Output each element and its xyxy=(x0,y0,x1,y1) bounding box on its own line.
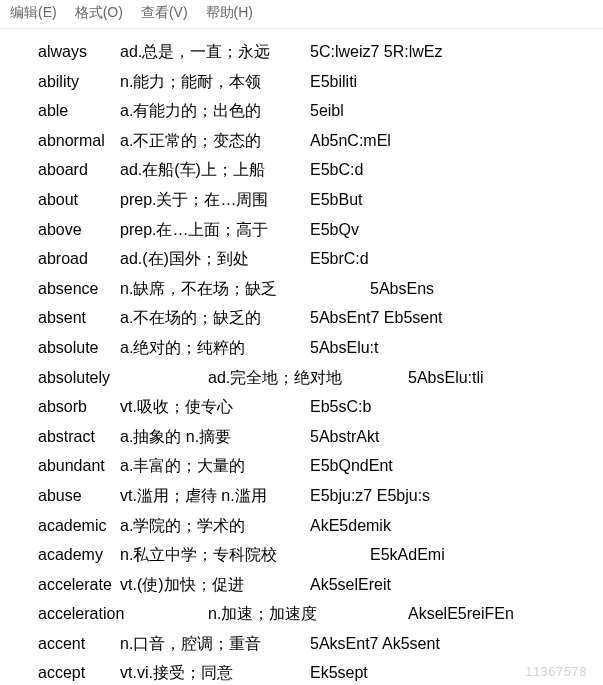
word: ability xyxy=(38,67,120,97)
pronunciation: E5bQndEnt xyxy=(310,451,393,481)
menu-edit[interactable]: 编辑(E) xyxy=(10,4,57,22)
word: absent xyxy=(38,303,120,333)
pronunciation: E5bC:d xyxy=(310,155,363,185)
pronunciation: Eb5sC:b xyxy=(310,392,371,422)
word: abroad xyxy=(38,244,120,274)
word: absence xyxy=(38,274,120,304)
definition: n.缺席，不在场；缺乏 xyxy=(120,274,370,304)
word-row: abusevt.滥用；虐待 n.滥用E5bju:z7 E5bju:s xyxy=(38,481,603,511)
word: absolute xyxy=(38,333,120,363)
pronunciation: E5bQv xyxy=(310,215,359,245)
pronunciation: AkselE5reiFEn xyxy=(408,599,514,629)
word: abuse xyxy=(38,481,120,511)
word-list: alwaysad.总是，一直；永远5C:lweiz7 5R:lwEzabilit… xyxy=(0,29,603,685)
pronunciation: 5AbsElu:tli xyxy=(408,363,484,393)
pronunciation: 5AbstrAkt xyxy=(310,422,379,452)
pronunciation: E5bBut xyxy=(310,185,362,215)
word: acceleration xyxy=(38,599,208,629)
word-row: absolutelyad.完全地；绝对地5AbsElu:tli xyxy=(38,363,603,393)
pronunciation: E5kAdEmi xyxy=(370,540,445,570)
word-row: abstracta.抽象的 n.摘要5AbstrAkt xyxy=(38,422,603,452)
watermark: 11367578 xyxy=(525,664,587,679)
word-row: absenta.不在场的；缺乏的5AbsEnt7 Eb5sent xyxy=(38,303,603,333)
menubar: 编辑(E) 格式(O) 查看(V) 帮助(H) xyxy=(0,0,603,29)
pronunciation: Ek5sept xyxy=(310,658,368,685)
pronunciation: 5eibl xyxy=(310,96,344,126)
definition: a.绝对的；纯粹的 xyxy=(120,333,310,363)
definition: vt.(使)加快；促进 xyxy=(120,570,310,600)
definition: ad.(在)国外；到处 xyxy=(120,244,310,274)
word: above xyxy=(38,215,120,245)
definition: vt.滥用；虐待 n.滥用 xyxy=(120,481,310,511)
word-row: abundanta.丰富的；大量的E5bQndEnt xyxy=(38,451,603,481)
pronunciation: AkE5demik xyxy=(310,511,391,541)
definition: ad.完全地；绝对地 xyxy=(208,363,408,393)
pronunciation: Ab5nC:mEl xyxy=(310,126,391,156)
definition: n.私立中学；专科院校 xyxy=(120,540,370,570)
pronunciation: 5AbsEnt7 Eb5sent xyxy=(310,303,443,333)
word-row: abnormala.不正常的；变态的Ab5nC:mEl xyxy=(38,126,603,156)
word-row: aboveprep.在…上面；高于E5bQv xyxy=(38,215,603,245)
word: absorb xyxy=(38,392,120,422)
pronunciation: 5AksEnt7 Ak5sent xyxy=(310,629,440,659)
definition: n.能力；能耐，本领 xyxy=(120,67,310,97)
definition: n.口音，腔调；重音 xyxy=(120,629,310,659)
menu-format[interactable]: 格式(O) xyxy=(75,4,123,22)
word: aboard xyxy=(38,155,120,185)
word-row: alwaysad.总是，一直；永远5C:lweiz7 5R:lwEz xyxy=(38,37,603,67)
word: always xyxy=(38,37,120,67)
pronunciation: E5brC:d xyxy=(310,244,369,274)
definition: vt.吸收；使专心 xyxy=(120,392,310,422)
word-row: accelerationn.加速；加速度AkselE5reiFEn xyxy=(38,599,603,629)
word-row: absolutea.绝对的；纯粹的5AbsElu:t xyxy=(38,333,603,363)
word-row: academica.学院的；学术的AkE5demik xyxy=(38,511,603,541)
word: academic xyxy=(38,511,120,541)
word: accelerate xyxy=(38,570,120,600)
definition: a.不在场的；缺乏的 xyxy=(120,303,310,333)
word: accept xyxy=(38,658,120,685)
definition: ad.在船(车)上；上船 xyxy=(120,155,310,185)
word-row: aboardad.在船(车)上；上船E5bC:d xyxy=(38,155,603,185)
word-row: acceptvt.vi.接受；同意Ek5sept xyxy=(38,658,603,685)
word: about xyxy=(38,185,120,215)
word: abnormal xyxy=(38,126,120,156)
word: accent xyxy=(38,629,120,659)
definition: n.加速；加速度 xyxy=(208,599,408,629)
word: absolutely xyxy=(38,363,208,393)
definition: a.抽象的 n.摘要 xyxy=(120,422,310,452)
word: academy xyxy=(38,540,120,570)
pronunciation: E5biliti xyxy=(310,67,357,97)
definition: a.丰富的；大量的 xyxy=(120,451,310,481)
word-row: academyn.私立中学；专科院校E5kAdEmi xyxy=(38,540,603,570)
word-row: acceleratevt.(使)加快；促进Ak5selEreit xyxy=(38,570,603,600)
pronunciation: 5AbsElu:t xyxy=(310,333,378,363)
definition: vt.vi.接受；同意 xyxy=(120,658,310,685)
menu-help[interactable]: 帮助(H) xyxy=(206,4,253,22)
pronunciation: Ak5selEreit xyxy=(310,570,391,600)
pronunciation: E5bju:z7 E5bju:s xyxy=(310,481,430,511)
word: abstract xyxy=(38,422,120,452)
word-row: aboutprep.关于；在…周围E5bBut xyxy=(38,185,603,215)
pronunciation: 5AbsEns xyxy=(370,274,434,304)
definition: a.学院的；学术的 xyxy=(120,511,310,541)
word: able xyxy=(38,96,120,126)
word-row: abroadad.(在)国外；到处E5brC:d xyxy=(38,244,603,274)
word-row: abilityn.能力；能耐，本领E5biliti xyxy=(38,67,603,97)
word-row: accentn.口音，腔调；重音5AksEnt7 Ak5sent xyxy=(38,629,603,659)
definition: a.有能力的；出色的 xyxy=(120,96,310,126)
definition: prep.关于；在…周围 xyxy=(120,185,310,215)
pronunciation: 5C:lweiz7 5R:lwEz xyxy=(310,37,442,67)
menu-view[interactable]: 查看(V) xyxy=(141,4,188,22)
word-row: absencen.缺席，不在场；缺乏5AbsEns xyxy=(38,274,603,304)
definition: ad.总是，一直；永远 xyxy=(120,37,310,67)
word: abundant xyxy=(38,451,120,481)
word-row: ablea.有能力的；出色的5eibl xyxy=(38,96,603,126)
definition: a.不正常的；变态的 xyxy=(120,126,310,156)
word-row: absorbvt.吸收；使专心Eb5sC:b xyxy=(38,392,603,422)
definition: prep.在…上面；高于 xyxy=(120,215,310,245)
